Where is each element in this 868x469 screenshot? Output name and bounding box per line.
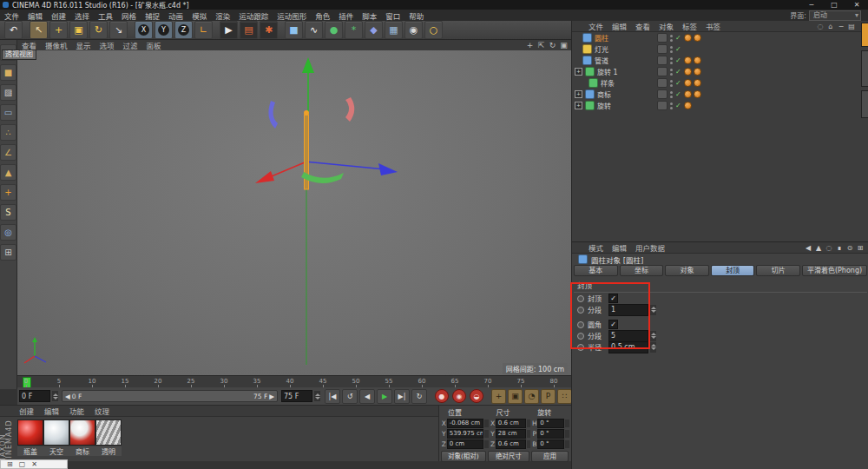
array-generator-button[interactable]: * (345, 21, 363, 39)
subdivision-surface-button[interactable]: ● (325, 21, 343, 39)
menu-帮助[interactable]: 帮助 (404, 10, 428, 21)
coord-rot-field[interactable]: 0 ° (537, 429, 564, 439)
minimize-button[interactable]: ─ (800, 1, 823, 9)
last-tool-button[interactable]: ↘ (109, 21, 128, 39)
coord-rot-stepper[interactable] (565, 430, 569, 438)
visibility-dots[interactable] (670, 68, 673, 76)
layer-chip[interactable] (657, 101, 667, 110)
spline-pen-button[interactable]: ∿ (305, 21, 323, 39)
enabled-check-icon[interactable]: ✓ (675, 56, 681, 64)
param-stepper[interactable] (650, 342, 656, 353)
axis-lock-x-button[interactable]: X (135, 21, 153, 39)
tab-切片[interactable]: 切片 (756, 265, 800, 276)
layer-chip[interactable] (657, 44, 667, 54)
param-field[interactable]: 0.5 cm (608, 341, 648, 353)
coordinate-system-button[interactable]: ∟ (194, 21, 213, 39)
layer-chip[interactable] (657, 56, 667, 65)
close-button[interactable]: ✕ (845, 1, 868, 9)
tab-坐标[interactable]: 坐标 (620, 265, 664, 276)
viewport-menu-显示[interactable]: 显示 (72, 40, 95, 50)
object-name[interactable]: 圆柱 (595, 33, 621, 43)
coord-size-dropdown[interactable]: 绝对尺寸 (488, 451, 529, 462)
expand-toggle[interactable]: + (575, 102, 582, 109)
menu-动画[interactable]: 动画 (164, 10, 187, 21)
om-menu-文件[interactable]: 文件 (584, 21, 608, 31)
material-item[interactable]: 瓶盖 (17, 419, 43, 456)
tag-icon[interactable] (684, 90, 692, 98)
coord-pos-stepper[interactable] (484, 419, 489, 427)
layer-chip[interactable] (657, 33, 667, 43)
expand-toggle[interactable]: + (575, 90, 582, 98)
menu-模拟[interactable]: 模拟 (187, 10, 211, 21)
visibility-dots[interactable] (670, 34, 673, 43)
object-row[interactable]: 圆柱✓ (572, 32, 868, 43)
attr-up-icon[interactable]: ▲ (813, 244, 824, 252)
material-item[interactable]: 商标 (69, 419, 95, 456)
current-frame-field[interactable]: 0 F (19, 390, 50, 402)
object-row[interactable]: 灯光✓ (572, 43, 868, 55)
tag-icon[interactable] (694, 90, 701, 98)
object-row[interactable]: +商标✓ (572, 89, 868, 100)
object-name[interactable]: 商标 (597, 89, 623, 99)
visibility-dots[interactable] (670, 102, 673, 110)
coord-mode-dropdown[interactable]: 对象(相对) (441, 451, 486, 462)
record-pla-toggle[interactable]: ∷ (557, 389, 572, 404)
layer-chip[interactable] (657, 89, 667, 99)
current-frame-stepper[interactable] (52, 391, 58, 401)
edges-mode-button[interactable]: ∠ (0, 144, 16, 161)
material-menu-功能[interactable]: 功能 (64, 406, 89, 416)
apply-button[interactable]: 应用 (531, 451, 569, 462)
tag-icon[interactable] (694, 34, 701, 42)
tag-icon[interactable] (684, 56, 692, 64)
om-menu-编辑[interactable]: 编辑 (608, 21, 631, 31)
goto-start-button[interactable]: |◀ (325, 389, 340, 404)
menu-选择[interactable]: 选择 (70, 10, 94, 21)
viewport-solo-button[interactable]: ◎ (0, 224, 16, 241)
rotate-button[interactable]: ↻ (89, 21, 108, 39)
tab-平滑着色(Phong)[interactable]: 平滑着色(Phong) (802, 265, 867, 276)
object-name[interactable]: 管道 (595, 56, 621, 65)
close-icon[interactable]: ✕ (31, 460, 37, 468)
menu-网格[interactable]: 网格 (117, 10, 141, 21)
tab-封顶[interactable]: 封顶 (711, 265, 755, 276)
tab-基本[interactable]: 基本 (574, 265, 618, 276)
enable-axis-button[interactable]: + (0, 184, 16, 201)
live-selection-button[interactable]: ↖ (30, 21, 48, 39)
menu-运动跟踪[interactable]: 运动跟踪 (234, 10, 273, 21)
object-name[interactable]: 灯光 (595, 44, 621, 54)
side-tab-layers[interactable] (861, 90, 868, 118)
tag-icon[interactable] (694, 79, 701, 87)
tag-icon[interactable] (684, 102, 692, 109)
axis-lock-y-button[interactable]: Y (155, 21, 173, 39)
side-tab-active[interactable] (861, 23, 868, 47)
render-settings-button[interactable]: ✱ (260, 21, 278, 39)
pan-view-icon[interactable]: + (524, 41, 536, 50)
param-checkbox[interactable]: ✓ (608, 320, 618, 329)
瓶盖-material-thumb[interactable] (17, 419, 43, 446)
record-keyframe-button[interactable]: ● (435, 389, 449, 403)
coord-pos-field[interactable]: -0.068 cm (447, 419, 484, 428)
object-name[interactable]: 样条 (601, 78, 627, 88)
coord-size-field[interactable]: 0.6 cm (496, 439, 526, 449)
add-cube-button[interactable]: ■ (285, 21, 303, 39)
menu-创建[interactable]: 创建 (47, 10, 70, 21)
range-right-arrow-icon[interactable]: ▶ (269, 393, 274, 400)
polygons-mode-button[interactable]: ▲ (0, 164, 16, 181)
range-left-arrow-icon[interactable]: ◀ (65, 393, 70, 400)
start-icon[interactable]: ⊞ (7, 460, 13, 468)
attr-back-icon[interactable]: ◀ (803, 244, 813, 252)
tag-icon[interactable] (694, 56, 701, 64)
viewport-menu-面板[interactable]: 面板 (142, 40, 166, 50)
menu-窗口[interactable]: 窗口 (381, 10, 404, 21)
coord-rot-stepper[interactable] (565, 440, 569, 448)
end-frame-stepper[interactable] (314, 391, 320, 401)
coord-pos-stepper[interactable] (484, 430, 489, 438)
attr-gear-icon[interactable]: ⊙ (845, 244, 855, 252)
menu-工具[interactable]: 工具 (94, 10, 117, 21)
menu-插件[interactable]: 插件 (334, 10, 358, 21)
model-mode-button[interactable]: ■ (0, 64, 16, 81)
autokey-button[interactable]: ◉ (452, 389, 466, 403)
attr-menu-用户数据[interactable]: 用户数据 (631, 242, 669, 253)
menu-脚本[interactable]: 脚本 (358, 10, 381, 21)
visibility-dots[interactable] (670, 90, 673, 99)
